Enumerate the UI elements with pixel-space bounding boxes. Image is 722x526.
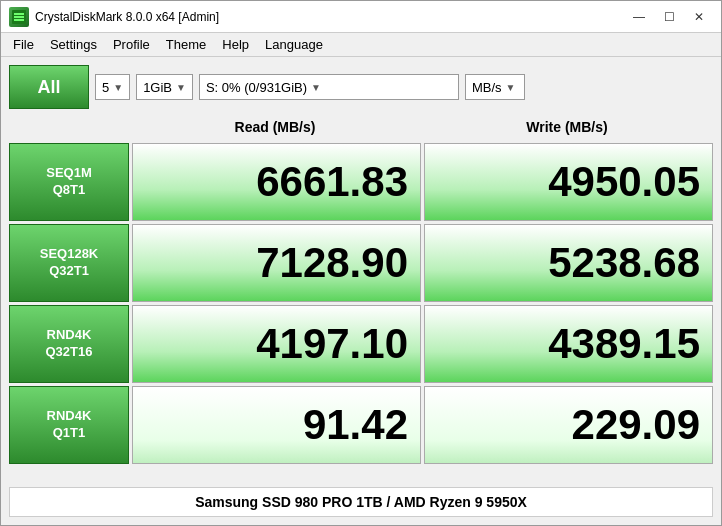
read-value-seq128k: 7128.90 (132, 224, 421, 302)
row-label-seq128k: SEQ128K Q32T1 (9, 224, 129, 302)
header-label (9, 117, 129, 137)
write-value-seq128k: 5238.68 (424, 224, 713, 302)
row-label-rnd4k-q32t16: RND4K Q32T16 (9, 305, 129, 383)
controls-row: All 5 ▼ 1GiB ▼ S: 0% (0/931GiB) ▼ MB/s ▼ (9, 65, 713, 109)
disk-dropdown-arrow: ▼ (311, 82, 321, 93)
column-headers: Read (MB/s) Write (MB/s) (9, 117, 713, 137)
header-write: Write (MB/s) (421, 117, 713, 137)
size-dropdown[interactable]: 1GiB ▼ (136, 74, 193, 100)
svg-rect-2 (14, 13, 24, 15)
svg-rect-3 (14, 19, 24, 21)
read-value-rnd4k-q1t1: 91.42 (132, 386, 421, 464)
menu-theme[interactable]: Theme (158, 33, 214, 56)
footer-text: Samsung SSD 980 PRO 1TB / AMD Ryzen 9 59… (195, 494, 527, 510)
menu-language[interactable]: Language (257, 33, 331, 56)
table-row: RND4K Q32T16 4197.10 4389.15 (9, 305, 713, 383)
app-icon (9, 7, 29, 27)
menu-bar: File Settings Profile Theme Help Languag… (1, 33, 721, 57)
runs-dropdown[interactable]: 5 ▼ (95, 74, 130, 100)
menu-file[interactable]: File (5, 33, 42, 56)
data-grid: SEQ1M Q8T1 6661.83 4950.05 SEQ128K Q32T1… (9, 143, 713, 479)
table-row: SEQ1M Q8T1 6661.83 4950.05 (9, 143, 713, 221)
row-label-seq1m: SEQ1M Q8T1 (9, 143, 129, 221)
window-controls: — ☐ ✕ (625, 7, 713, 27)
menu-settings[interactable]: Settings (42, 33, 105, 56)
write-value-rnd4k-q32t16: 4389.15 (424, 305, 713, 383)
menu-profile[interactable]: Profile (105, 33, 158, 56)
unit-dropdown-arrow: ▼ (506, 82, 516, 93)
all-button[interactable]: All (9, 65, 89, 109)
main-content: All 5 ▼ 1GiB ▼ S: 0% (0/931GiB) ▼ MB/s ▼… (1, 57, 721, 525)
unit-dropdown[interactable]: MB/s ▼ (465, 74, 525, 100)
svg-rect-1 (14, 16, 24, 18)
size-dropdown-arrow: ▼ (176, 82, 186, 93)
header-read: Read (MB/s) (129, 117, 421, 137)
main-window: CrystalDiskMark 8.0.0 x64 [Admin] — ☐ ✕ … (0, 0, 722, 526)
window-title: CrystalDiskMark 8.0.0 x64 [Admin] (35, 10, 219, 24)
disk-dropdown[interactable]: S: 0% (0/931GiB) ▼ (199, 74, 459, 100)
maximize-button[interactable]: ☐ (655, 7, 683, 27)
write-value-seq1m: 4950.05 (424, 143, 713, 221)
menu-help[interactable]: Help (214, 33, 257, 56)
runs-dropdown-arrow: ▼ (113, 82, 123, 93)
close-button[interactable]: ✕ (685, 7, 713, 27)
row-label-rnd4k-q1t1: RND4K Q1T1 (9, 386, 129, 464)
title-bar-left: CrystalDiskMark 8.0.0 x64 [Admin] (9, 7, 219, 27)
title-bar: CrystalDiskMark 8.0.0 x64 [Admin] — ☐ ✕ (1, 1, 721, 33)
table-row: SEQ128K Q32T1 7128.90 5238.68 (9, 224, 713, 302)
read-value-rnd4k-q32t16: 4197.10 (132, 305, 421, 383)
read-value-seq1m: 6661.83 (132, 143, 421, 221)
footer-bar: Samsung SSD 980 PRO 1TB / AMD Ryzen 9 59… (9, 487, 713, 517)
table-row: RND4K Q1T1 91.42 229.09 (9, 386, 713, 464)
minimize-button[interactable]: — (625, 7, 653, 27)
write-value-rnd4k-q1t1: 229.09 (424, 386, 713, 464)
